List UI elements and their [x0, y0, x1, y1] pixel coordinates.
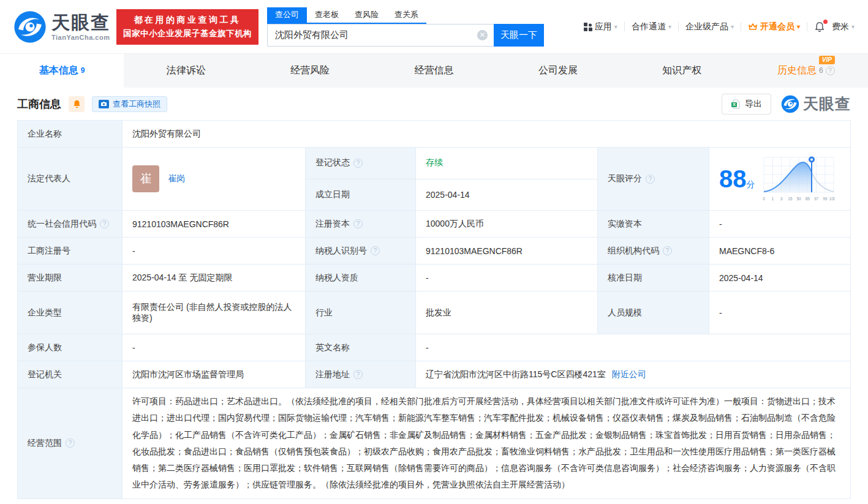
table-row: 登记机关 沈阳市沈河区市场监督管理局 注册地址? 辽宁省沈阳市沈河区中街路115… — [18, 361, 851, 388]
help-icon[interactable]: ? — [353, 219, 363, 228]
notification-dot — [823, 20, 828, 24]
chevron-down-icon: ▾ — [731, 23, 734, 30]
clear-input-icon[interactable]: ✕ — [477, 30, 488, 40]
search-submit-button[interactable]: 天眼一下 — [494, 24, 544, 47]
help-icon[interactable]: ? — [646, 175, 655, 184]
section-title: 工商信息 — [17, 97, 61, 111]
search-tab-company[interactable]: 查公司 — [267, 7, 307, 23]
vip-badge: VIP — [819, 56, 835, 64]
score-label-cell: 天眼评分? — [598, 148, 709, 211]
promo-line2: 国家中小企业发展子基金旗下机构 — [123, 28, 252, 39]
reg-status-label: 登记状态 — [315, 157, 350, 168]
help-icon[interactable]: ? — [66, 438, 75, 448]
org-code-label: 组织机构代码 — [608, 246, 659, 257]
nav-user[interactable]: 费米 ▾ — [832, 21, 855, 32]
registry-value: 沈阳市沈河区市场监督管理局 — [123, 361, 306, 388]
status-badge: 存续 — [426, 157, 443, 167]
search-tab-boss[interactable]: 查老板 — [307, 7, 347, 23]
help-icon[interactable]: ? — [663, 246, 672, 255]
tab-operation-risk[interactable]: 经营风险 — [248, 54, 372, 88]
svg-text:100: 100 — [829, 197, 834, 201]
tab-basic-info[interactable]: 基本信息 9 — [0, 54, 124, 88]
org-code-value: MAEGNCF8-6 — [709, 238, 851, 265]
nav-enterprise[interactable]: 企业级产品 ▾ — [685, 21, 734, 32]
industry-value: 批发业 — [416, 291, 598, 334]
nav-apps[interactable]: 应用 ▾ — [584, 21, 617, 32]
tab-intellectual-property[interactable]: 知识产权 — [620, 54, 744, 88]
reg-capital-label-cell: 注册资本? — [306, 211, 416, 238]
tianyancha-watermark-icon — [781, 95, 799, 113]
credit-code-label-cell: 统一社会信用代码? — [18, 211, 123, 238]
help-icon[interactable]: ? — [826, 66, 835, 75]
legal-rep-label: 法定代表人 — [18, 148, 123, 211]
tab-history-info-label: 历史信息 — [777, 64, 817, 77]
divider — [807, 22, 807, 31]
camera-icon — [99, 100, 109, 108]
tab-basic-info-label: 基本信息 — [39, 64, 78, 77]
crown-icon — [748, 23, 758, 31]
table-row: 法定代表人 崔 崔岗 登记状态? 存续 天眼评分? 88分 — [18, 148, 851, 179]
legal-rep-link[interactable]: 崔岗 — [168, 173, 185, 184]
divider — [741, 22, 741, 31]
divider — [678, 22, 679, 31]
search-input[interactable] — [267, 24, 494, 47]
insured-value: - — [123, 334, 306, 361]
chevron-down-icon: ▾ — [614, 23, 617, 30]
company-name-value: 沈阳外贸有限公司 — [123, 121, 851, 148]
table-row: 企业名称 沈阳外贸有限公司 — [18, 121, 851, 148]
tab-company-development-label: 公司发展 — [538, 64, 578, 77]
staff-size-value: - — [709, 291, 851, 334]
scope-text: 许可项目：药品进出口；艺术品进出口。（依法须经批准的项目，经相关部门批准后方可开… — [132, 393, 840, 494]
table-row: 统一社会信用代码? 91210103MAEGNCF86R 注册资本? 10000… — [18, 211, 851, 238]
notifications-bell[interactable] — [814, 21, 825, 32]
score-cell: 88分 — [709, 148, 851, 211]
tab-operation-info[interactable]: 经营信息 — [372, 54, 496, 88]
company-name-label: 企业名称 — [18, 121, 123, 148]
promo-banner: 都在用的商业查询工具 国家中小企业发展子基金旗下机构 — [116, 9, 259, 45]
address-value: 辽宁省沈阳市沈河区中街路115号C区四楼421室 — [426, 369, 606, 379]
score-label: 天眼评分 — [608, 173, 642, 184]
credit-code-value: 91210103MAEGNCF86R — [123, 211, 306, 238]
taxpayer-id-label-cell: 纳税人识别号? — [306, 238, 416, 265]
taxpayer-quality-value: - — [416, 265, 598, 291]
scope-label: 经营范围 — [28, 438, 62, 449]
tab-operation-info-label: 经营信息 — [414, 64, 453, 77]
company-type-label: 企业类型 — [18, 291, 123, 334]
search-tab-risk[interactable]: 查风险 — [347, 7, 387, 23]
search-tab-relation[interactable]: 查关系 — [387, 7, 426, 23]
tab-history-info[interactable]: VIP 历史信息 6 ? — [744, 54, 868, 88]
nav-vip-upgrade[interactable]: 开通会员 ▾ — [748, 21, 800, 32]
nearby-companies-link[interactable]: 附近公司 — [612, 369, 646, 379]
reg-status-label-cell: 登记状态? — [306, 148, 416, 179]
apps-grid-icon — [584, 23, 592, 31]
tab-company-development[interactable]: 公司发展 — [496, 54, 620, 88]
reg-capital-value: 10000万人民币 — [416, 211, 598, 238]
scope-value: 许可项目：药品进出口；艺术品进出口。（依法须经批准的项目，经相关部门批准后方可开… — [123, 388, 851, 499]
help-icon[interactable]: ? — [100, 219, 109, 228]
export-button[interactable]: X 导出 — [722, 94, 771, 115]
view-snapshot-button[interactable]: 查看工商快照 — [92, 96, 167, 112]
approval-date-value: 2025-04-14 — [709, 265, 851, 291]
tab-legal-proceedings[interactable]: 法律诉讼 — [124, 54, 247, 88]
help-icon[interactable]: ? — [353, 370, 363, 379]
legal-rep-avatar[interactable]: 崔 — [132, 165, 159, 192]
chevron-down-icon: ▾ — [797, 23, 800, 30]
help-icon[interactable]: ? — [371, 246, 380, 255]
table-row: 参保人数 - 英文名称 - — [18, 334, 851, 361]
search-tabs: 查公司 查老板 查风险 查关系 — [267, 7, 426, 24]
address-label-cell: 注册地址? — [306, 361, 416, 388]
nav-partner[interactable]: 合作通道 ▾ — [632, 21, 671, 32]
score-axis-ticks: 0 1 3 15 50 85 97 99 100 — [763, 197, 835, 201]
help-icon[interactable]: ? — [353, 159, 363, 168]
tab-legal-proceedings-label: 法律诉讼 — [167, 64, 206, 77]
watermark-logo: 天眼查 — [781, 94, 851, 114]
tianyancha-logo[interactable]: 天眼查 TianYanCha.com — [13, 10, 110, 43]
business-term-label: 营业期限 — [18, 265, 123, 291]
taxpayer-id-value: 91210103MAEGNCF86R — [416, 238, 598, 265]
tab-history-info-count: 6 — [819, 66, 823, 75]
top-header: 天眼查 TianYanCha.com 都在用的商业查询工具 国家中小企业发展子基… — [0, 0, 868, 54]
monitor-bell-button[interactable] — [69, 96, 85, 112]
score-distribution-chart[interactable]: 0 1 3 15 50 85 97 99 100 — [763, 155, 835, 203]
company-type-value: 有限责任公司 (非自然人投资或控股的法人独资) — [123, 291, 306, 334]
paid-capital-label: 实缴资本 — [598, 211, 709, 238]
